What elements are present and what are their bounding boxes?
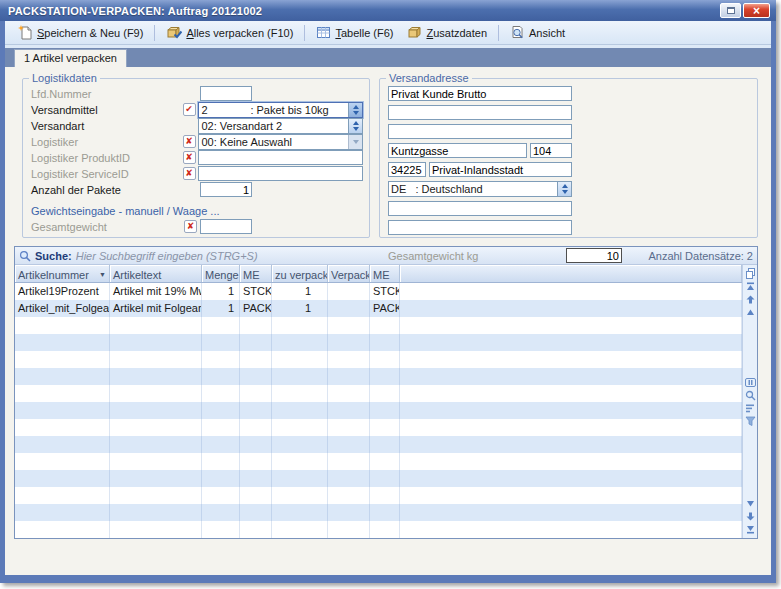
serviceid-input[interactable]: [198, 166, 363, 181]
serviceid-label: Logistiker ServiceID: [31, 168, 183, 180]
tab-artikel-verpacken[interactable]: 1 Artikel verpacken: [14, 49, 127, 67]
column-header-verpackt[interactable]: Verpackt: [328, 265, 370, 282]
address-extra1-input[interactable]: [388, 201, 572, 216]
address-country-combo[interactable]: DE : Deutschland: [388, 181, 572, 197]
row-up-button[interactable]: [744, 306, 757, 319]
cross-icon: ✘: [184, 220, 197, 233]
page-down-button[interactable]: [744, 510, 757, 523]
empty-table-row: [15, 521, 742, 538]
titlebar: PACKSTATION-VERPACKEN: Auftrag 20121002 …: [0, 0, 776, 21]
view-button[interactable]: Ansicht: [503, 22, 572, 43]
lfd-nummer-input[interactable]: [200, 86, 252, 101]
produktid-input[interactable]: [198, 150, 363, 165]
scroll-bottom-icon: [746, 525, 755, 534]
check-icon: ✔: [183, 103, 196, 116]
column-header-filler: [400, 265, 742, 282]
additional-data-button[interactable]: Zusatzdaten: [400, 22, 494, 43]
gesamtgewicht-kg-row: Gesamtgewicht kg: [388, 248, 622, 263]
cell-me2: PACK: [370, 300, 400, 317]
versandmittel-row: Versandmittel ✔ 2 : Paket bis 10kg: [31, 102, 363, 117]
cell-me2: STCK: [370, 283, 400, 300]
document-magnifier-icon: [510, 25, 525, 40]
scroll-top-button[interactable]: [744, 280, 757, 293]
pack-all-label: Alles verpacken (F10): [186, 27, 293, 39]
page-up-button[interactable]: [744, 293, 757, 306]
record-count: Anzahl Datensätze: 2: [648, 250, 753, 262]
shipping-address-group-title: Versandadresse: [386, 72, 472, 84]
search-icon: [745, 390, 756, 401]
gesamtgewicht-row: Gesamtgewicht ✘: [31, 219, 363, 234]
close-icon: ×: [753, 5, 760, 17]
column-header-me2[interactable]: ME: [370, 265, 400, 282]
tab-strip: 1 Artikel verpacken: [5, 48, 771, 67]
address-street-input[interactable]: [388, 143, 527, 158]
address-name1-input[interactable]: [388, 86, 572, 101]
versandart-combo[interactable]: 02: Versandart 2: [198, 118, 363, 134]
table-button[interactable]: Tabelle (F6): [309, 22, 400, 43]
package-check-icon: [166, 25, 182, 40]
versandmittel-label: Versandmittel: [31, 104, 183, 116]
spinner-icon[interactable]: [348, 103, 362, 117]
cell-zu-verpacken: 1: [272, 283, 328, 300]
versandmittel-combo[interactable]: 2 : Paket bis 10kg: [198, 102, 363, 118]
pin-columns-button[interactable]: [744, 376, 757, 389]
grid-search-button[interactable]: [744, 389, 757, 402]
new-document-icon: [18, 25, 33, 40]
article-table-panel: Suche: Anzahl Datensätze: 2 Artikelnumme…: [14, 246, 758, 539]
gesamtgewicht-input[interactable]: [200, 219, 252, 234]
grid-main: Artikelnummer▼ Artikeltext Menge ME zu v…: [15, 265, 742, 538]
serviceid-row: Logistiker ServiceID ✘: [31, 166, 363, 181]
gesamtgewicht-kg-input[interactable]: [566, 248, 622, 263]
weight-entry-heading[interactable]: Gewichtseingabe - manuell / Waage ...: [31, 205, 363, 219]
grid-wrap: Artikelnummer▼ Artikeltext Menge ME zu v…: [15, 265, 757, 538]
filter-button[interactable]: [744, 415, 757, 428]
address-name3-input[interactable]: [388, 124, 572, 139]
cross-icon: ✘: [183, 135, 196, 148]
empty-table-row: [15, 504, 742, 521]
page-down-icon: [746, 512, 755, 521]
table-row[interactable]: Artikel_mit_Folgeartikel Artikel mit Fol…: [15, 300, 742, 317]
empty-table-row: [15, 402, 742, 419]
empty-table-row: [15, 436, 742, 453]
copy-button[interactable]: [744, 267, 757, 280]
empty-table-row: [15, 385, 742, 402]
table-row[interactable]: Artikel19Prozent Artikel mit 19% MwSt. 1…: [15, 283, 742, 300]
close-button[interactable]: ×: [743, 3, 770, 18]
anzahl-pakete-input[interactable]: [200, 182, 252, 197]
empty-table-row: [15, 487, 742, 504]
cell-artikelnummer: Artikel19Prozent: [15, 283, 110, 300]
address-zip-input[interactable]: [388, 162, 426, 177]
spinner-icon[interactable]: [348, 119, 362, 133]
maximize-button[interactable]: [720, 3, 741, 18]
cell-verpackt: [328, 283, 370, 300]
logistiker-combo[interactable]: 00: Keine Auswahl: [198, 134, 363, 150]
form-groups: Logistikdaten Lfd.Nummer Versandmittel ✔…: [22, 78, 758, 238]
logistiker-value: 00: Keine Auswahl: [199, 135, 348, 149]
empty-table-row: [15, 453, 742, 470]
pin-icon: [745, 377, 756, 388]
scroll-bottom-button[interactable]: [744, 523, 757, 536]
row-down-button[interactable]: [744, 497, 757, 510]
table-header-row: Artikelnummer▼ Artikeltext Menge ME zu v…: [15, 265, 742, 283]
dropdown-arrow-icon[interactable]: [348, 135, 362, 149]
column-header-me1[interactable]: ME: [240, 265, 272, 282]
spinner-icon[interactable]: [557, 182, 571, 196]
save-and-new-button[interactable]: Speichern & Neu (F9): [11, 22, 150, 43]
empty-table-row: [15, 334, 742, 351]
column-header-menge[interactable]: Menge: [202, 265, 240, 282]
sort-button[interactable]: [744, 402, 757, 415]
column-header-artikelnummer[interactable]: Artikelnummer▼: [15, 265, 110, 282]
address-extra2-input[interactable]: [388, 220, 572, 235]
address-name2-input[interactable]: [388, 105, 572, 120]
package-icon: [407, 25, 422, 40]
column-header-zu-verpacken[interactable]: zu verpacke: [272, 265, 328, 282]
anzahl-pakete-label: Anzahl der Pakete: [31, 184, 184, 196]
column-header-artikeltext[interactable]: Artikeltext: [110, 265, 202, 282]
versandart-label: Versandart: [31, 120, 183, 132]
cell-artikelnummer: Artikel_mit_Folgeartikel: [15, 300, 110, 317]
address-house-number-input[interactable]: [530, 143, 572, 158]
logistiker-row: Logistiker ✘ 00: Keine Auswahl: [31, 134, 363, 149]
pack-all-button[interactable]: Alles verpacken (F10): [159, 22, 300, 43]
address-city-input[interactable]: [429, 162, 572, 177]
table-label: Tabelle (F6): [335, 27, 393, 39]
